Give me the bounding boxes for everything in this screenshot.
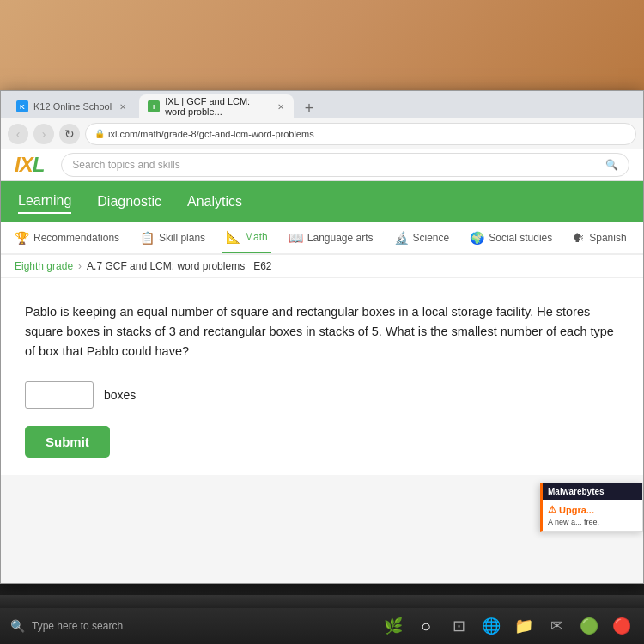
answer-unit-label: boxes	[104, 388, 136, 402]
taskbar-icon-6[interactable]: 🟢	[577, 614, 601, 638]
address-box[interactable]: 🔒 ixl.com/math/grade-8/gcf-and-lcm-word-…	[85, 123, 636, 145]
warning-icon: ⚠	[548, 504, 556, 515]
tab-ixl-label: IXL | GCF and LCM: word proble...	[165, 96, 271, 117]
taskbar-icons: 🌿 ○ ⊡ 🌐 📁 ✉ 🟢 🔴	[381, 614, 634, 638]
tab-k12-label: K12 Online School	[33, 101, 112, 112]
ixl-logo: IXL	[15, 153, 44, 177]
refresh-button[interactable]: ↻	[59, 124, 80, 144]
sub-nav-recommendations-label: Recommendations	[33, 232, 119, 244]
address-bar-row: ‹ › ↻ 🔒 ixl.com/math/grade-8/gcf-and-lcm…	[1, 118, 643, 149]
taskbar-icon-0[interactable]: 🌿	[381, 614, 405, 638]
answer-input[interactable]	[25, 381, 94, 409]
sub-nav: 🏆 Recommendations 📋 Skill plans 📐 Math 📖…	[1, 222, 643, 255]
taskbar-search-label[interactable]: Type here to search	[32, 620, 123, 632]
sub-nav-social-studies[interactable]: 🌍 Social studies	[466, 222, 556, 254]
lock-icon: 🔒	[94, 129, 105, 138]
breadcrumb-grade[interactable]: Eighth grade	[15, 260, 73, 272]
taskbar-icon-7[interactable]: 🔴	[610, 614, 634, 638]
taskbar-icon-5[interactable]: ✉	[544, 614, 568, 638]
nav-item-analytics[interactable]: Analytics	[187, 191, 242, 213]
search-icon: 🔍	[605, 159, 618, 171]
search-placeholder: Search topics and skills	[72, 159, 179, 171]
sub-nav-spanish-label: Spanish	[589, 232, 626, 244]
submit-button[interactable]: Submit	[25, 426, 110, 458]
sub-nav-language-arts[interactable]: 📖 Language arts	[285, 222, 377, 254]
malwarebytes-body-text: A new a... free.	[548, 518, 637, 526]
tab-ixl[interactable]: I IXL | GCF and LCM: word proble... ✕	[139, 94, 294, 118]
malwarebytes-popup[interactable]: Malwarebytes ⚠ Upgra... A new a... free.	[540, 483, 643, 532]
back-button[interactable]: ‹	[8, 124, 28, 144]
malwarebytes-title-text: Upgra...	[559, 505, 594, 515]
breadcrumb-problem-id: E62	[253, 260, 271, 272]
social-studies-icon: 🌍	[470, 231, 484, 245]
sub-nav-science-label: Science	[413, 232, 450, 244]
tab-k12[interactable]: K K12 Online School ✕	[8, 94, 137, 118]
math-icon: 📐	[226, 230, 240, 244]
sub-nav-math[interactable]: 📐 Math	[222, 222, 271, 254]
main-content: Pablo is keeping an equal number of squa…	[1, 278, 643, 475]
taskbar-search-icon: 🔍	[10, 619, 25, 633]
spanish-icon: 🗣	[573, 231, 585, 245]
sub-nav-social-studies-label: Social studies	[489, 232, 552, 244]
recommendations-icon: 🏆	[15, 231, 29, 245]
tab-bar: K K12 Online School ✕ I IXL | GCF and LC…	[1, 91, 643, 118]
breadcrumb-skill: A.7 GCF and LCM: word problems E62	[87, 260, 271, 272]
malwarebytes-body: ⚠ Upgra... A new a... free.	[543, 500, 642, 531]
nav-item-diagnostic[interactable]: Diagnostic	[97, 191, 161, 213]
tab-favicon-k12: K	[16, 100, 28, 112]
breadcrumb-skill-code: A.7 GCF and LCM: word problems	[87, 260, 245, 272]
tab-favicon-ixl: I	[148, 100, 160, 112]
main-nav-bar: Learning Diagnostic Analytics	[1, 181, 643, 222]
tab-ixl-close[interactable]: ✕	[276, 100, 285, 112]
nav-item-learning[interactable]: Learning	[18, 190, 71, 214]
sub-nav-recommendations[interactable]: 🏆 Recommendations	[11, 222, 123, 254]
sub-nav-language-arts-label: Language arts	[307, 232, 374, 244]
taskbar-icon-4[interactable]: 📁	[512, 614, 536, 638]
search-bar[interactable]: Search topics and skills 🔍	[61, 153, 629, 177]
breadcrumb-separator: ›	[78, 260, 82, 272]
sub-nav-spanish[interactable]: 🗣 Spanish	[569, 222, 629, 254]
science-icon: 🔬	[394, 231, 409, 245]
skill-plans-icon: 📋	[140, 231, 155, 245]
malwarebytes-title: ⚠ Upgra...	[548, 504, 637, 515]
tab-k12-close[interactable]: ✕	[117, 100, 129, 112]
desktop-top-bg	[0, 0, 644, 90]
problem-text: Pablo is keeping an equal number of squa…	[25, 302, 619, 362]
forward-button[interactable]: ›	[33, 124, 54, 144]
taskbar: 🔍 Type here to search 🌿 ○ ⊡ 🌐 📁 ✉ 🟢 🔴	[0, 608, 644, 644]
new-tab-button[interactable]: +	[299, 98, 319, 118]
laptop-bottom-edge	[0, 595, 644, 608]
answer-row: boxes	[25, 381, 619, 409]
sub-nav-science[interactable]: 🔬 Science	[391, 222, 453, 254]
address-text: ixl.com/math/grade-8/gcf-and-lcm-word-pr…	[108, 129, 314, 139]
malwarebytes-header: Malwarebytes	[543, 483, 642, 500]
browser-window: K K12 Online School ✕ I IXL | GCF and LC…	[0, 90, 644, 584]
taskbar-icon-2[interactable]: ⊡	[447, 614, 471, 638]
sub-nav-math-label: Math	[245, 231, 268, 243]
taskbar-icon-1[interactable]: ○	[414, 614, 438, 638]
ixl-header: IXL Search topics and skills 🔍	[1, 149, 643, 181]
taskbar-icon-3[interactable]: 🌐	[479, 614, 503, 638]
breadcrumb: Eighth grade › A.7 GCF and LCM: word pro…	[1, 255, 643, 278]
sub-nav-skill-plans[interactable]: 📋 Skill plans	[137, 222, 209, 254]
sub-nav-skill-plans-label: Skill plans	[159, 232, 205, 244]
desktop: K K12 Online School ✕ I IXL | GCF and LC…	[0, 0, 644, 644]
language-arts-icon: 📖	[289, 231, 303, 245]
